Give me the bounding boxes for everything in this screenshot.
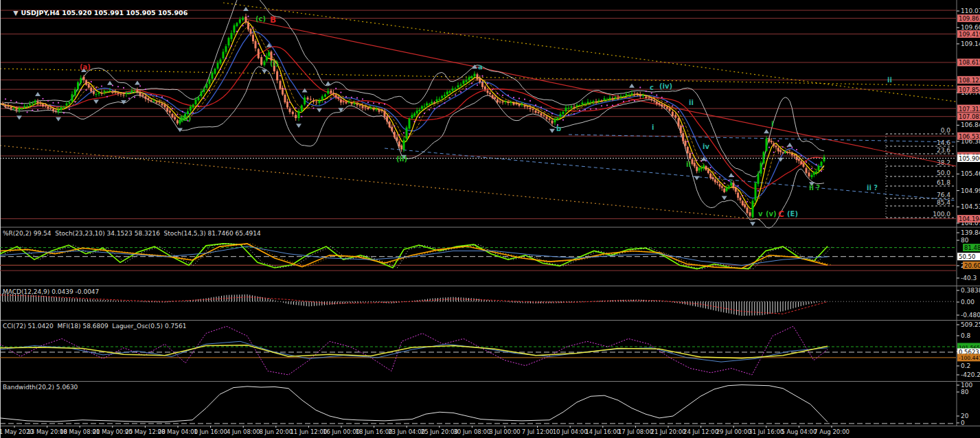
svg-text:(E): (E) <box>787 210 798 218</box>
svg-text:4 Jun 08:00: 4 Jun 08:00 <box>227 428 260 435</box>
panel-cci-mfi-laguerre <box>0 326 956 375</box>
panel-axis-macd[interactable]: 0.38380.00-0.4804 <box>957 287 980 319</box>
svg-text:B: B <box>270 15 276 25</box>
svg-text:107.854: 107.854 <box>959 87 980 93</box>
svg-text:50.50: 50.50 <box>959 253 975 260</box>
svg-text:0.0: 0.0 <box>941 127 951 134</box>
indicator-label-bandwidth: Bandwidth(20,2) 5.0630 <box>3 384 78 391</box>
svg-text:17 Jul 08:00: 17 Jul 08:00 <box>618 428 653 435</box>
svg-text:(v): (v) <box>766 210 777 218</box>
mt4-chart-window: ▼USDJPY,H4 105.920 105.991 105.905 105.9… <box>0 0 980 438</box>
svg-text:i: i <box>652 124 654 131</box>
svg-text:50.0: 50.0 <box>937 170 950 176</box>
svg-text:24 Jul 12:00: 24 Jul 12:00 <box>683 428 718 435</box>
svg-text:104.530: 104.530 <box>961 203 980 210</box>
chart-canvas[interactable]: 0.014.623.638.250.061.876.485.4100.0(a)(… <box>0 0 980 438</box>
price-axis[interactable]: 110.070109.600109.140107.760106.840106.3… <box>957 8 980 227</box>
svg-text:iv: iv <box>703 143 709 150</box>
svg-text:105.460: 105.460 <box>961 170 980 177</box>
svg-text:-100.4412: -100.4412 <box>959 355 980 361</box>
fibonacci-retracement[interactable]: 0.014.623.638.250.061.876.485.4100.0 <box>886 127 954 218</box>
panel-axis-cci-mfi-laguerre[interactable]: 509.25810.80.50.2-420.2851101.56590.5623… <box>957 321 980 378</box>
panel-axis-bandwidth[interactable]: 10080200 <box>957 382 972 426</box>
svg-text:1 Jun 16:00: 1 Jun 16:00 <box>194 428 227 435</box>
svg-text:21 Jul 20:00: 21 Jul 20:00 <box>651 428 686 435</box>
svg-text:i: i <box>771 120 773 128</box>
svg-text:30 Jun 08:00: 30 Jun 08:00 <box>453 428 490 435</box>
svg-text:108.615: 108.615 <box>959 59 980 66</box>
svg-text:ii: ii <box>887 76 892 84</box>
svg-text:-0.4804: -0.4804 <box>961 312 980 319</box>
svg-text:7 Jul 12:00: 7 Jul 12:00 <box>522 428 554 435</box>
svg-text:ii ?: ii ? <box>867 184 878 192</box>
svg-text:v: v <box>758 210 763 218</box>
svg-text:8 Jun 20:00: 8 Jun 20:00 <box>260 428 293 435</box>
svg-text:110.070: 110.070 <box>961 8 980 14</box>
svg-text:5 Aug 04:00: 5 Aug 04:00 <box>781 428 817 435</box>
svg-text:109.863: 109.863 <box>959 15 980 22</box>
svg-text:23 Jun 04:00: 23 Jun 04:00 <box>388 428 425 435</box>
svg-text:76.4: 76.4 <box>937 192 950 198</box>
indicator-label-cci: CCI(72) 51.0420 MFI(18) 58.6809 Laguer_O… <box>3 323 186 330</box>
svg-text:(ii): (ii) <box>396 155 407 163</box>
svg-text:139.84: 139.84 <box>961 229 980 236</box>
svg-text:61.8: 61.8 <box>937 179 950 186</box>
svg-text:ii ?: ii ? <box>809 184 820 192</box>
indicator-label-macd: MACD(12,24,9) 0.0439 -0.0047 <box>3 288 99 295</box>
svg-text:18 Jun 16:00: 18 Jun 16:00 <box>356 428 393 435</box>
one-click-trading-arrow[interactable]: ▼ <box>13 9 18 16</box>
parabolic-sar-dots <box>0 16 822 224</box>
svg-text:-420.2851: -420.2851 <box>961 371 980 378</box>
svg-text:104.194: 104.194 <box>959 216 980 222</box>
svg-text:106.532: 106.532 <box>959 133 980 140</box>
indicator-label-wpr-stoch: %R(20,2) 99.54 Stoch(23,23,10) 34.1523 5… <box>3 230 261 237</box>
svg-text:31 Jul 16:00: 31 Jul 16:00 <box>749 428 784 435</box>
svg-text:85.4: 85.4 <box>937 199 950 206</box>
panel-macd <box>0 293 956 316</box>
svg-text:c: c <box>650 84 654 91</box>
svg-text:ii: ii <box>686 161 691 168</box>
svg-text:104.990: 104.990 <box>961 187 980 194</box>
svg-text:(b): (b) <box>180 115 191 122</box>
svg-text:(i): (i) <box>270 60 279 67</box>
svg-text:109.419: 109.419 <box>959 31 980 38</box>
svg-text:109.600: 109.600 <box>961 24 980 31</box>
svg-text:80: 80 <box>961 237 969 244</box>
svg-text:106.840: 106.840 <box>961 122 980 128</box>
svg-text:25 Jun 20:00: 25 Jun 20:00 <box>421 428 458 435</box>
svg-text:-40.3: -40.3 <box>961 275 977 281</box>
svg-text:509.2581: 509.2581 <box>961 321 980 328</box>
svg-text:a: a <box>478 63 483 71</box>
svg-text:107.085: 107.085 <box>959 113 980 120</box>
time-axis[interactable]: 11 May 202013 May 20:0018 May 08:0021 Ma… <box>0 426 850 435</box>
svg-text:10 Jul 04:00: 10 Jul 04:00 <box>553 428 588 435</box>
svg-text:108.122: 108.122 <box>959 77 980 84</box>
svg-text:0.3838: 0.3838 <box>961 287 980 294</box>
svg-text:0: 0 <box>961 419 965 426</box>
svg-text:80: 80 <box>961 389 969 395</box>
svg-text:3 Jul 00:00: 3 Jul 00:00 <box>489 428 521 435</box>
panel-bandwidth <box>0 385 956 424</box>
svg-text:100.0: 100.0 <box>933 211 950 218</box>
svg-text:b: b <box>556 125 561 132</box>
panel-wpr-stoch <box>0 244 956 270</box>
panel-axis-wpr-stoch[interactable]: 139.848020-40.381.4850.5020.60 <box>957 229 980 281</box>
svg-text:C: C <box>778 209 784 219</box>
svg-text:20: 20 <box>961 413 969 419</box>
svg-text:23.6: 23.6 <box>937 147 950 154</box>
svg-text:100: 100 <box>961 382 972 389</box>
ohlc-quotes: 105.920 105.991 105.905 105.906 <box>62 9 187 16</box>
svg-text:(iv): (iv) <box>659 82 672 90</box>
svg-text:20.60: 20.60 <box>964 262 980 269</box>
svg-text:ii: ii <box>689 99 694 106</box>
svg-text:14.6: 14.6 <box>937 139 950 146</box>
svg-text:(a): (a) <box>80 63 91 71</box>
svg-text:16 Jun 00:00: 16 Jun 00:00 <box>323 428 360 435</box>
chart-title: ▼USDJPY,H4 105.920 105.991 105.905 105.9… <box>4 1 187 24</box>
svg-text:0.2: 0.2 <box>961 362 970 369</box>
svg-text:(c): (c) <box>255 15 266 23</box>
svg-text:28 May 04:00: 28 May 04:00 <box>158 428 198 435</box>
svg-text:7 Aug 20:00: 7 Aug 20:00 <box>814 428 850 435</box>
wave-labels[interactable]: (a)(b)(c)B(i)(ii)abc(iv)iiiiviiiii ?ii ?… <box>80 15 892 219</box>
svg-text:0.8: 0.8 <box>961 332 971 339</box>
